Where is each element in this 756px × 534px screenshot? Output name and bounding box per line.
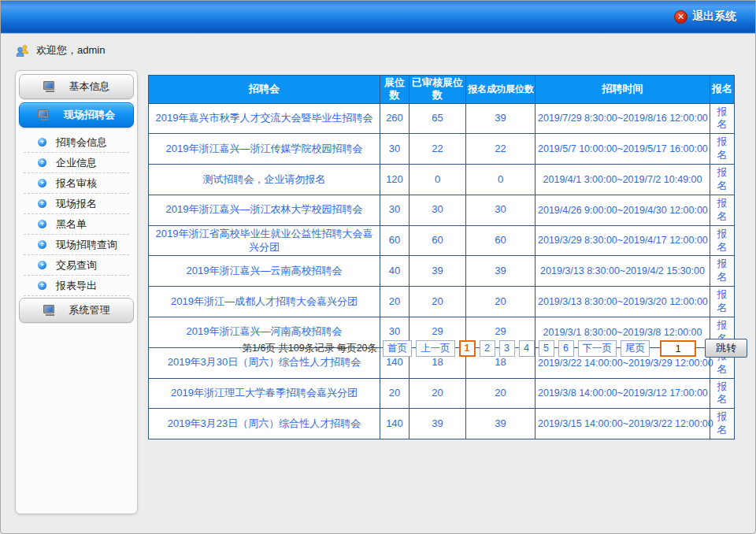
fair-name-link[interactable]: 2019年浙江省高校毕业生就业公益性招聘大会嘉兴分团 — [156, 228, 373, 253]
fair-name-link[interactable]: 测试招聘会，企业请勿报名 — [203, 173, 326, 185]
sidebar-sub-item[interactable]: + 企业信息 — [24, 153, 129, 173]
time-cell: 2019/7/29 8:30:00~2019/8/16 12:00:00 — [536, 103, 710, 134]
success-cell: 20 — [466, 287, 536, 317]
col-header-success: 报名成功展位数 — [466, 76, 536, 104]
reviewed-cell: 30 — [410, 195, 466, 225]
sidebar-sub-menu: + 招聘会信息 + 企业信息 + 报名审核 + 现场报名 — [19, 131, 134, 296]
register-link[interactable]: 报名 — [717, 197, 728, 222]
jump-button[interactable]: 跳转 — [705, 339, 747, 358]
col-header-time: 招聘时间 — [536, 76, 710, 104]
page-number-button[interactable]: 5 — [539, 340, 554, 357]
time-cell: 2019/3/13 8:30:00~2019/3/20 12:00:00 — [536, 287, 710, 317]
fair-name-link[interactable]: 2019年浙江理工大学春季招聘会嘉兴分团 — [171, 387, 358, 399]
sidebar-item-basic-info[interactable]: 基本信息 — [19, 74, 134, 99]
page-number-button[interactable]: 4 — [519, 340, 535, 357]
booths-cell: 140 — [380, 409, 410, 439]
next-page-button[interactable]: 下一页 — [578, 340, 617, 357]
page-number-button[interactable]: 1 — [459, 340, 476, 357]
fair-name-cell: 2019年嘉兴市秋季人才交流大会暨毕业生招聘会 — [149, 103, 380, 134]
time-cell: 2019/4/1 3:00:00~2019/7/2 10:49:00 — [536, 165, 710, 195]
prev-page-button[interactable]: 上一页 — [416, 340, 455, 357]
sidebar-sub-item-label: 黑名单 — [56, 217, 87, 232]
last-page-button[interactable]: 尾页 — [621, 340, 650, 357]
time-cell: 2019/3/15 14:00:00~2019/3/22 12:00:00 — [536, 409, 710, 439]
sidebar-sub-item[interactable]: + 报表导出 — [24, 276, 129, 296]
sidebar-item-label: 基本信息 — [69, 80, 110, 94]
time-cell: 2019/3/8 14:00:00~2019/3/12 17:00:00 — [536, 378, 710, 409]
plus-ball-icon: + — [38, 158, 46, 167]
register-link[interactable]: 报名 — [717, 106, 728, 131]
top-bar: ✕ 退出系统 — [1, 1, 755, 34]
time-cell: 2019/3/13 8:30:00~2019/4/2 15:30:00 — [536, 256, 710, 287]
fair-name-cell: 2019年浙江嘉兴—云南高校招聘会 — [149, 256, 380, 287]
fair-name-link[interactable]: 2019年3月30日（周六）综合性人才招聘会 — [168, 356, 361, 368]
pagination-bar: 第1/6页 共109条记录 每页20条 首页 上一页 1 2 3 4 5 6 下… — [242, 339, 747, 358]
plus-ball-icon: + — [38, 261, 46, 269]
plus-ball-icon: + — [38, 179, 46, 187]
reviewed-cell: 20 — [410, 287, 466, 317]
reviewed-cell: 60 — [410, 225, 466, 256]
jump-page-input[interactable] — [660, 340, 696, 357]
success-cell: 39 — [466, 256, 536, 287]
register-link[interactable]: 报名 — [717, 135, 728, 161]
col-header-fair: 招聘会 — [149, 76, 380, 104]
booths-cell: 30 — [380, 134, 410, 165]
sidebar-sub-item[interactable]: + 黑名单 — [24, 214, 129, 235]
sidebar-sub-item-label: 招聘会信息 — [56, 135, 107, 150]
booths-cell: 20 — [380, 287, 410, 317]
fair-name-link[interactable]: 2019年浙江嘉兴—浙江农林大学校园招聘会 — [166, 203, 363, 215]
users-icon — [15, 44, 31, 57]
success-cell: 0 — [466, 165, 536, 195]
sidebar-sub-item[interactable]: + 报名审核 — [24, 173, 129, 194]
page-number-button[interactable]: 2 — [480, 340, 495, 357]
sidebar-sub-item[interactable]: + 交易查询 — [24, 255, 129, 276]
page-number-button[interactable]: 3 — [499, 340, 515, 357]
sidebar-item-onsite-job-fair[interactable]: 现场招聘会 — [19, 102, 134, 128]
table-row: 2019年3月23日（周六）综合性人才招聘会 140 39 39 2019/3/… — [149, 409, 735, 439]
time-cell: 2019/5/7 10:00:00~2019/5/17 16:00:00 — [536, 134, 710, 165]
register-link[interactable]: 报名 — [717, 258, 728, 283]
fair-name-link[interactable]: 2019年3月23日（周六）综合性人才招聘会 — [168, 417, 361, 429]
reviewed-cell: 0 — [410, 165, 466, 195]
welcome-bar: 欢迎您，admin — [15, 43, 105, 57]
sidebar-sub-item-label: 报表导出 — [56, 279, 97, 293]
sidebar-item-system-mgmt[interactable]: 系统管理 — [19, 298, 134, 323]
plus-ball-icon: + — [38, 240, 46, 249]
register-link[interactable]: 报名 — [717, 228, 728, 253]
sidebar-sub-item[interactable]: + 现场报名 — [24, 194, 129, 214]
success-cell: 39 — [466, 103, 536, 134]
reviewed-cell: 39 — [410, 256, 466, 287]
col-header-action: 报名 — [710, 76, 735, 104]
sidebar-sub-item-label: 现场招聘查询 — [56, 238, 117, 252]
fair-name-link[interactable]: 2019年浙江嘉兴—河南高校招聘会 — [187, 325, 343, 337]
page-number-button[interactable]: 6 — [558, 340, 574, 357]
register-link[interactable]: 报名 — [717, 166, 728, 191]
success-cell: 39 — [466, 409, 536, 439]
sidebar-sub-item[interactable]: + 招聘会信息 — [24, 132, 129, 153]
register-link[interactable]: 报名 — [717, 380, 728, 406]
success-cell: 30 — [466, 195, 536, 225]
booths-cell: 60 — [380, 225, 410, 256]
logout-label: 退出系统 — [692, 9, 736, 24]
fair-name-cell: 2019年浙江嘉兴—浙江传媒学院校园招聘会 — [149, 134, 380, 165]
register-link[interactable]: 报名 — [717, 288, 728, 313]
sidebar-sub-item[interactable]: + 现场招聘查询 — [24, 235, 129, 255]
booths-cell: 20 — [380, 378, 410, 409]
fair-name-link[interactable]: 2019年浙江嘉兴—浙江传媒学院校园招聘会 — [166, 143, 363, 154]
table-row: 2019年浙江省高校毕业生就业公益性招聘大会嘉兴分团 60 60 60 2019… — [149, 225, 735, 256]
fair-name-link[interactable]: 2019年浙江—成都人才招聘大会嘉兴分团 — [171, 295, 358, 307]
action-cell: 报名 — [710, 103, 735, 134]
fair-name-cell: 2019年浙江理工大学春季招聘会嘉兴分团 — [149, 378, 380, 409]
fair-name-link[interactable]: 2019年浙江嘉兴—云南高校招聘会 — [187, 265, 343, 276]
plus-ball-icon: + — [38, 199, 46, 208]
first-page-button[interactable]: 首页 — [383, 340, 412, 357]
fair-name-cell: 2019年浙江—成都人才招聘大会嘉兴分团 — [149, 287, 380, 317]
register-link[interactable]: 报名 — [717, 410, 728, 436]
logout-button[interactable]: ✕ 退出系统 — [674, 9, 736, 24]
sidebar-item-label: 系统管理 — [69, 303, 110, 317]
success-cell: 60 — [466, 225, 536, 256]
table-row: 2019年嘉兴市秋季人才交流大会暨毕业生招聘会 260 65 39 2019/7… — [149, 103, 735, 134]
fair-name-link[interactable]: 2019年嘉兴市秋季人才交流大会暨毕业生招聘会 — [156, 112, 373, 124]
time-cell: 2019/4/26 9:00:00~2019/4/30 12:00:00 — [536, 195, 710, 225]
sidebar-sub-item-label: 报名审核 — [56, 176, 97, 191]
